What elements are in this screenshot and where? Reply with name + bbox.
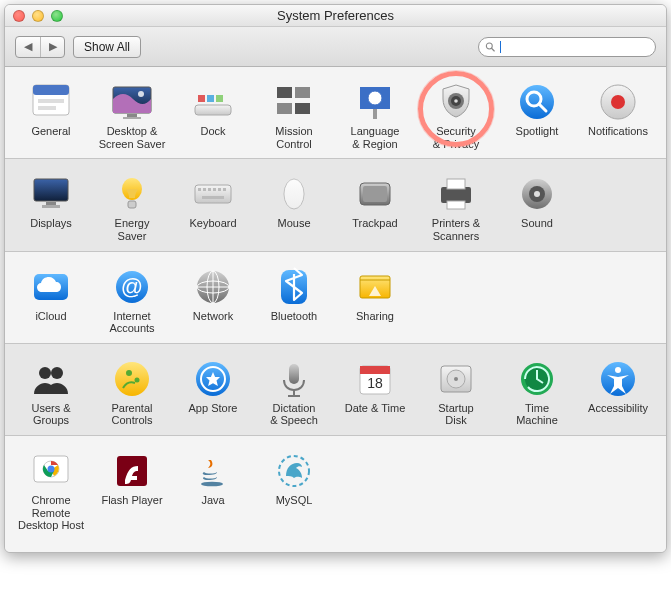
sound-icon (516, 173, 558, 215)
pref-item-label: Desktop & Screen Saver (99, 125, 166, 150)
app-store-icon (192, 358, 234, 400)
pref-item-label: Startup Disk (438, 402, 473, 427)
pref-item-sharing[interactable]: Sharing (335, 266, 415, 335)
notifications-icon (597, 81, 639, 123)
pref-item-label: Mission Control (275, 125, 312, 150)
zoom-button[interactable] (51, 10, 63, 22)
pref-item-label: Keyboard (189, 217, 236, 230)
internet-accounts-icon (111, 266, 153, 308)
keyboard-icon (192, 173, 234, 215)
pref-item-label: Date & Time (345, 402, 406, 415)
pref-item-spotlight[interactable]: Spotlight (497, 81, 577, 150)
search-input[interactable] (504, 41, 649, 53)
pref-item-label: Mouse (277, 217, 310, 230)
pref-item-label: Dictation & Speech (270, 402, 318, 427)
pref-item-label: Trackpad (352, 217, 397, 230)
pref-item-icloud[interactable]: iCloud (11, 266, 91, 335)
pref-item-flash-player[interactable]: Flash Player (92, 450, 172, 532)
general-icon (30, 81, 72, 123)
pref-item-security-privacy[interactable]: Security & Privacy (416, 81, 496, 150)
pref-item-trackpad[interactable]: Trackpad (335, 173, 415, 242)
titlebar: System Preferences (5, 5, 666, 27)
accessibility-icon (597, 358, 639, 400)
pref-item-keyboard[interactable]: Keyboard (173, 173, 253, 242)
pref-item-label: App Store (189, 402, 238, 415)
icloud-icon (30, 266, 72, 308)
window-title: System Preferences (5, 8, 666, 23)
users-groups-icon (30, 358, 72, 400)
printers-scanners-icon (435, 173, 477, 215)
pref-item-accessibility[interactable]: Accessibility (578, 358, 658, 427)
pref-item-mysql[interactable]: MySQL (254, 450, 334, 532)
pref-row-3: Users & GroupsParental ControlsApp Store… (5, 344, 666, 436)
forward-button[interactable]: ▶ (40, 37, 64, 57)
close-button[interactable] (13, 10, 25, 22)
pref-item-bluetooth[interactable]: Bluetooth (254, 266, 334, 335)
pref-item-label: Security & Privacy (433, 125, 479, 150)
pref-item-java[interactable]: Java (173, 450, 253, 532)
chrome-remote-desktop-icon (30, 450, 72, 492)
desktop-screensaver-icon (111, 81, 153, 123)
pref-item-app-store[interactable]: App Store (173, 358, 253, 427)
pref-item-language-region[interactable]: Language & Region (335, 81, 415, 150)
pref-row-0: GeneralDesktop & Screen SaverDockMission… (5, 67, 666, 159)
mission-control-icon (273, 81, 315, 123)
pref-item-time-machine[interactable]: Time Machine (497, 358, 577, 427)
mouse-icon (273, 173, 315, 215)
pref-item-date-time[interactable]: Date & Time (335, 358, 415, 427)
pref-item-general[interactable]: General (11, 81, 91, 150)
pref-item-label: Energy Saver (115, 217, 150, 242)
pref-item-label: Time Machine (516, 402, 558, 427)
pref-item-label: Sharing (356, 310, 394, 323)
pref-item-network[interactable]: Network (173, 266, 253, 335)
pref-item-label: MySQL (276, 494, 313, 507)
text-caret (500, 41, 501, 53)
pref-item-label: Dock (200, 125, 225, 138)
parental-controls-icon (111, 358, 153, 400)
pref-item-label: Displays (30, 217, 72, 230)
nav-segment: ◀ ▶ (15, 36, 65, 58)
pref-item-mission-control[interactable]: Mission Control (254, 81, 334, 150)
back-button[interactable]: ◀ (16, 37, 40, 57)
pref-row-1: DisplaysEnergy SaverKeyboardMouseTrackpa… (5, 159, 666, 251)
pref-item-energy-saver[interactable]: Energy Saver (92, 173, 172, 242)
pref-item-label: Bluetooth (271, 310, 317, 323)
dictation-speech-icon (273, 358, 315, 400)
preferences-window: System Preferences ◀ ▶ Show All GeneralD… (4, 4, 667, 553)
pref-item-printers-scanners[interactable]: Printers & Scanners (416, 173, 496, 242)
pref-item-label: Users & Groups (31, 402, 70, 427)
pref-item-label: Java (201, 494, 224, 507)
pref-row-2: iCloudInternet AccountsNetworkBluetoothS… (5, 252, 666, 344)
show-all-button[interactable]: Show All (73, 36, 141, 58)
sharing-icon (354, 266, 396, 308)
pref-item-startup-disk[interactable]: Startup Disk (416, 358, 496, 427)
network-icon (192, 266, 234, 308)
security-privacy-icon (435, 81, 477, 123)
pref-item-desktop-screensaver[interactable]: Desktop & Screen Saver (92, 81, 172, 150)
java-icon (192, 450, 234, 492)
search-icon (485, 41, 496, 53)
pref-item-users-groups[interactable]: Users & Groups (11, 358, 91, 427)
pref-item-chrome-remote-desktop[interactable]: Chrome Remote Desktop Host (11, 450, 91, 532)
pref-item-internet-accounts[interactable]: Internet Accounts (92, 266, 172, 335)
pref-item-displays[interactable]: Displays (11, 173, 91, 242)
pref-item-dictation-speech[interactable]: Dictation & Speech (254, 358, 334, 427)
pref-item-parental-controls[interactable]: Parental Controls (92, 358, 172, 427)
pref-item-mouse[interactable]: Mouse (254, 173, 334, 242)
pref-item-notifications[interactable]: Notifications (578, 81, 658, 150)
language-region-icon (354, 81, 396, 123)
minimize-button[interactable] (32, 10, 44, 22)
pref-item-label: Internet Accounts (109, 310, 154, 335)
pref-item-label: Spotlight (516, 125, 559, 138)
date-time-icon (354, 358, 396, 400)
energy-saver-icon (111, 173, 153, 215)
pref-item-dock[interactable]: Dock (173, 81, 253, 150)
pref-item-sound[interactable]: Sound (497, 173, 577, 242)
pref-row-4: Chrome Remote Desktop HostFlash PlayerJa… (5, 436, 666, 552)
search-field[interactable] (478, 37, 656, 57)
bluetooth-icon (273, 266, 315, 308)
pref-item-label: Notifications (588, 125, 648, 138)
spotlight-icon (516, 81, 558, 123)
pref-item-label: Chrome Remote Desktop Host (11, 494, 91, 532)
startup-disk-icon (435, 358, 477, 400)
